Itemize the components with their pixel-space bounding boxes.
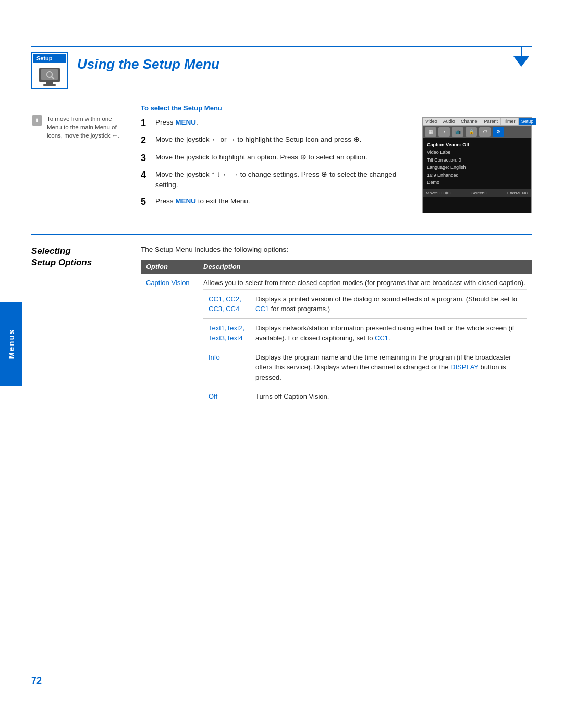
steps-list: 1 Press MENU. 2 Move the joystick ← or →…	[141, 117, 412, 208]
selecting-title: Selecting Setup Options	[31, 245, 125, 268]
left-column: i To move from within one Menu to the ma…	[31, 104, 125, 213]
tv-menu-tilt: Tilt Correction: 0	[427, 156, 527, 164]
side-note: i To move from within one Menu to the ma…	[31, 115, 125, 140]
steps-container: 1 Press MENU. 2 Move the joystick ← or →…	[141, 117, 412, 213]
sub-row-info: Info Displays the program name and the t…	[203, 348, 527, 387]
menus-tab: Menus	[0, 302, 22, 386]
svg-text:i: i	[36, 116, 38, 124]
svg-rect-3	[43, 84, 56, 86]
selecting-left: Selecting Setup Options	[31, 245, 125, 411]
sub-desc-info: Displays the program name and the time r…	[250, 348, 527, 387]
tv-tab-channel: Channel	[458, 118, 482, 125]
page-number: 72	[31, 675, 42, 686]
intro-text: The Setup Menu includes the following op…	[141, 245, 532, 253]
setup-icon	[38, 66, 61, 87]
side-note-text: To move from within one Menu to the main…	[47, 115, 125, 140]
top-rule	[31, 46, 532, 47]
tv-menu-video-label: Video Label	[427, 149, 527, 156]
header-section: Setup Using the Setup Menu	[31, 52, 532, 89]
tv-menu-language: Language: English	[427, 164, 527, 171]
desc-caption-vision: Allows you to select from three closed c…	[198, 274, 532, 411]
sub-desc-cc: Displays a printed version of the dialog…	[250, 289, 527, 318]
step-3: 3 Move the joystick to highlight an opti…	[141, 152, 412, 164]
down-arrow-icon	[513, 56, 529, 67]
tv-footer: Move:⊕⊕⊕⊕ Select:⊕ End:MENU	[423, 189, 531, 197]
setup-label: Setup	[33, 54, 66, 63]
sub-name-cc: CC1, CC2,CC3, CC4	[203, 289, 250, 318]
menu-highlight-2: MENU	[175, 197, 196, 205]
selecting-right: The Setup Menu includes the following op…	[141, 245, 532, 411]
options-table: Option Description Caption Vision Allows…	[141, 260, 532, 411]
sub-name-info: Info	[203, 348, 250, 387]
step-2: 2 Move the joystick ← or → to highlight …	[141, 134, 412, 146]
sub-desc-text: Displays network/station information pre…	[250, 318, 527, 348]
tv-tab-setup: Setup	[519, 118, 537, 125]
tv-menu-content: Caption Vision: Off Video Label Tilt Cor…	[423, 138, 531, 189]
tv-footer-select: Select:⊕	[471, 191, 487, 195]
tv-icon-4: 🔒	[466, 127, 477, 137]
right-column: To select the Setup Menu 1 Press MENU. 2…	[141, 104, 532, 213]
subsection-title: To select the Setup Menu	[141, 104, 532, 112]
menus-tab-label: Menus	[7, 329, 16, 359]
tv-menu-caption-vision: Caption Vision: Off	[427, 141, 527, 149]
col-description: Description	[198, 260, 532, 274]
sub-row-text: Text1,Text2,Text3,Text4 Displays network…	[203, 318, 527, 348]
table-body: Caption Vision Allows you to select from…	[141, 274, 532, 411]
sub-name-off: Off	[203, 387, 250, 406]
table-row: Caption Vision Allows you to select from…	[141, 274, 532, 411]
tv-menu-demo: Demo	[427, 179, 527, 186]
tv-tab-parent: Parent	[481, 118, 501, 125]
tv-tab-video: Video	[423, 118, 440, 125]
tv-icons-row: ▦ ♪ 📺 🔒 ⏱ ⚙	[423, 126, 531, 138]
setup-icon-box: Setup	[31, 52, 68, 89]
tv-tab-timer: Timer	[501, 118, 519, 125]
sub-row-off: Off Turns off Caption Vision.	[203, 387, 527, 406]
tv-icon-5: ⏱	[479, 127, 491, 137]
content-columns: i To move from within one Menu to the ma…	[31, 104, 532, 213]
tv-tab-audio: Audio	[440, 118, 458, 125]
arrow-line	[521, 46, 522, 57]
sub-row-cc: CC1, CC2,CC3, CC4 Displays a printed ver…	[203, 289, 527, 318]
tv-tabs-row: Video Audio Channel Parent Timer Setup	[423, 118, 531, 126]
menu-highlight-1: MENU	[175, 118, 196, 126]
sub-options-table: CC1, CC2,CC3, CC4 Displays a printed ver…	[203, 289, 527, 406]
step-1: 1 Press MENU.	[141, 117, 412, 129]
section-divider	[31, 234, 532, 235]
tv-icon-2: ♪	[438, 127, 450, 137]
svg-rect-2	[46, 82, 53, 84]
tv-icon-6-selected: ⚙	[493, 127, 504, 137]
tv-footer-move: Move:⊕⊕⊕⊕	[426, 191, 452, 195]
tv-screenshot: Video Audio Channel Parent Timer Setup ▦…	[422, 117, 532, 213]
tv-icon-1: ▦	[425, 127, 436, 137]
main-content: Setup Using the Setup Menu i	[31, 0, 532, 411]
selecting-section: Selecting Setup Options The Setup Menu i…	[31, 245, 532, 411]
sub-name-text: Text1,Text2,Text3,Text4	[203, 318, 250, 348]
step-4: 4 Move the joystick ↑ ↓ ← → to change se…	[141, 169, 412, 191]
step-5: 5 Press MENU to exit the Menu.	[141, 196, 412, 208]
tv-icon-3: 📺	[452, 127, 463, 137]
table-header: Option Description	[141, 260, 532, 274]
info-icon: i	[31, 115, 43, 126]
tv-footer-end: End:MENU	[507, 191, 528, 195]
tv-menu-169: 16:9 Enhanced	[427, 171, 527, 179]
page-title: Using the Setup Menu	[77, 52, 219, 72]
col-option: Option	[141, 260, 198, 274]
option-caption-vision: Caption Vision	[141, 274, 198, 411]
sub-desc-off: Turns off Caption Vision.	[250, 387, 527, 406]
svg-rect-1	[41, 69, 58, 80]
